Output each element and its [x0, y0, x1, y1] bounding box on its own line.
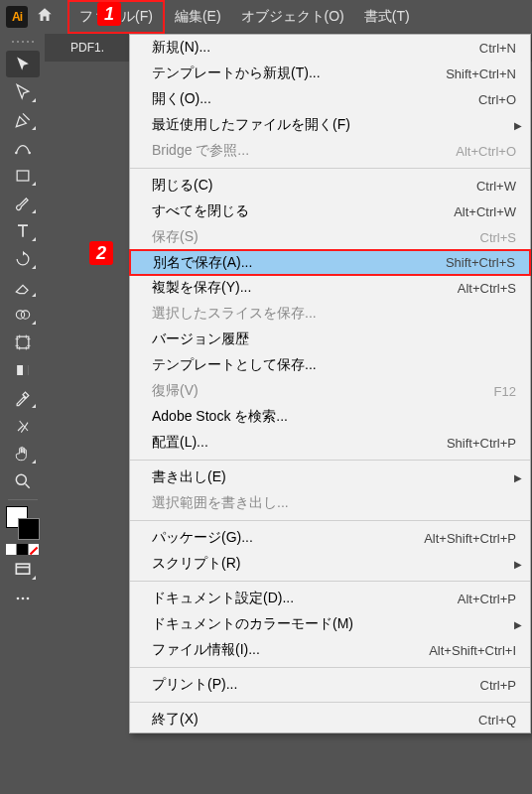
- file-menu-dropdown: 新規(N)...Ctrl+Nテンプレートから新規(T)...Shift+Ctrl…: [129, 34, 531, 733]
- tools-panel: [0, 34, 45, 794]
- menu-item-shortcut: Ctrl+W: [476, 179, 516, 194]
- menu-type[interactable]: 書式(T): [354, 2, 420, 32]
- menu-separator: [130, 168, 530, 169]
- svg-point-4: [21, 310, 29, 318]
- menu-item[interactable]: 新規(N)...Ctrl+N: [130, 35, 530, 61]
- menu-item-label: 開く(O)...: [152, 90, 478, 108]
- menu-item[interactable]: ドキュメントのカラーモード(M)▶: [130, 611, 530, 637]
- menu-item[interactable]: 別名で保存(A)...Shift+Ctrl+S: [129, 249, 531, 276]
- rectangle-tool[interactable]: [6, 162, 40, 189]
- menu-item[interactable]: ドキュメント設定(D)...Alt+Ctrl+P: [130, 586, 530, 611]
- pen-tool[interactable]: [6, 106, 40, 133]
- menu-item[interactable]: テンプレートとして保存...: [130, 352, 530, 378]
- menu-item[interactable]: スクリプト(R)▶: [130, 551, 530, 577]
- artboard-tool[interactable]: [6, 329, 40, 355]
- svg-rect-5: [17, 336, 29, 348]
- menu-item-label: テンプレートとして保存...: [152, 356, 516, 374]
- selection-tool[interactable]: [6, 51, 40, 77]
- svg-point-13: [26, 596, 29, 599]
- menu-item-label: テンプレートから新規(T)...: [152, 65, 446, 82]
- scissors-tool[interactable]: [6, 412, 40, 439]
- svg-point-9: [16, 474, 26, 484]
- panel-drag-handle-icon[interactable]: [12, 41, 34, 44]
- menu-item[interactable]: すべてを閉じるAlt+Ctrl+W: [130, 198, 530, 224]
- menu-item-label: 複製を保存(Y)...: [152, 279, 458, 297]
- menu-separator: [130, 581, 530, 582]
- menu-item-shortcut: Ctrl+O: [478, 92, 516, 107]
- menu-item[interactable]: 終了(X)Ctrl+Q: [130, 707, 530, 732]
- menu-item-label: 新規(N)...: [152, 39, 479, 57]
- menu-item[interactable]: パッケージ(G)...Alt+Shift+Ctrl+P: [130, 525, 530, 551]
- menu-item-label: Bridge で参照...: [152, 142, 456, 160]
- eyedropper-tool[interactable]: [6, 384, 40, 411]
- menu-item-shortcut: Shift+Ctrl+S: [446, 255, 515, 270]
- menu-item-shortcut: Alt+Shift+Ctrl+P: [424, 531, 516, 546]
- menu-item-label: 保存(S): [152, 228, 480, 246]
- menu-edit[interactable]: 編集(E): [165, 2, 231, 32]
- menu-item-label: プリント(P)...: [152, 676, 480, 694]
- menu-item[interactable]: 複製を保存(Y)...Alt+Ctrl+S: [130, 275, 530, 301]
- menu-item[interactable]: 閉じる(C)Ctrl+W: [130, 173, 530, 198]
- menu-item-shortcut: Alt+Ctrl+O: [456, 144, 516, 159]
- menu-item: 選択範囲を書き出し...: [130, 490, 530, 516]
- menu-item-shortcut: Ctrl+P: [480, 678, 516, 693]
- menu-item-shortcut: Shift+Ctrl+N: [446, 66, 516, 81]
- menu-item-shortcut: Alt+Ctrl+W: [454, 204, 516, 219]
- edit-toolbar-tool[interactable]: [6, 585, 40, 611]
- menu-item-label: 終了(X): [152, 711, 478, 728]
- menu-item[interactable]: バージョン履歴: [130, 327, 530, 352]
- menu-item[interactable]: 開く(O)...Ctrl+O: [130, 86, 530, 112]
- screen-mode-tool[interactable]: [6, 556, 40, 583]
- menu-item-label: ファイル情報(I)...: [152, 641, 429, 659]
- menu-item-shortcut: Ctrl+Q: [478, 713, 516, 728]
- menu-item-label: 閉じる(C): [152, 177, 476, 195]
- submenu-arrow-icon: ▶: [514, 120, 522, 131]
- menu-item-shortcut: Shift+Ctrl+P: [447, 436, 516, 451]
- svg-rect-2: [17, 171, 29, 181]
- svg-rect-8: [17, 365, 23, 375]
- menu-item[interactable]: 配置(L)...Shift+Ctrl+P: [130, 430, 530, 456]
- home-icon[interactable]: [36, 6, 54, 29]
- curvature-tool[interactable]: [6, 134, 40, 161]
- hand-tool[interactable]: [6, 440, 40, 466]
- menu-item-label: すべてを閉じる: [152, 202, 454, 220]
- gradient-tool[interactable]: [6, 356, 40, 383]
- type-tool[interactable]: [6, 217, 40, 244]
- svg-point-12: [21, 596, 24, 599]
- draw-mode-icon[interactable]: [6, 544, 39, 555]
- menu-item: 保存(S)Ctrl+S: [130, 224, 530, 250]
- menu-item-label: バージョン履歴: [152, 331, 516, 348]
- menu-item-label: スクリプト(R): [152, 555, 516, 573]
- paintbrush-tool[interactable]: [6, 190, 40, 216]
- menu-item-shortcut: Alt+Shift+Ctrl+I: [429, 643, 516, 658]
- app-logo-icon: Ai: [6, 6, 28, 28]
- svg-point-11: [16, 596, 19, 599]
- zoom-tool[interactable]: [6, 467, 40, 494]
- svg-point-0: [15, 151, 18, 154]
- eraser-tool[interactable]: [6, 273, 40, 300]
- submenu-arrow-icon: ▶: [514, 472, 522, 483]
- document-tab-name[interactable]: PDF1.: [70, 41, 104, 55]
- callout-1-badge: 1: [97, 2, 121, 26]
- menu-separator: [130, 520, 530, 521]
- rotate-tool[interactable]: [6, 245, 40, 272]
- menu-item[interactable]: Adobe Stock を検索...: [130, 404, 530, 430]
- menu-item[interactable]: 最近使用したファイルを開く(F)▶: [130, 112, 530, 138]
- menu-item-label: ドキュメントのカラーモード(M): [152, 615, 516, 633]
- menu-item-label: 別名で保存(A)...: [153, 254, 446, 272]
- menubar: Ai ファイル(F) 編集(E) オブジェクト(O) 書式(T): [0, 0, 532, 34]
- menu-item[interactable]: ファイル情報(I)...Alt+Shift+Ctrl+I: [130, 637, 530, 663]
- menu-object[interactable]: オブジェクト(O): [231, 2, 354, 32]
- direct-selection-tool[interactable]: [6, 78, 40, 105]
- menu-item-label: 書き出し(E): [152, 468, 516, 486]
- fill-stroke-color-icon[interactable]: [6, 506, 40, 540]
- menu-item-shortcut: Ctrl+S: [480, 230, 516, 245]
- menu-item[interactable]: プリント(P)...Ctrl+P: [130, 672, 530, 698]
- menu-item[interactable]: 書き出し(E)▶: [130, 464, 530, 490]
- menu-item: Bridge で参照...Alt+Ctrl+O: [130, 138, 530, 164]
- svg-point-1: [28, 151, 30, 154]
- menu-item[interactable]: テンプレートから新規(T)...Shift+Ctrl+N: [130, 61, 530, 86]
- menu-separator: [130, 460, 530, 461]
- shape-builder-tool[interactable]: [6, 301, 40, 328]
- menu-item-label: 選択範囲を書き出し...: [152, 494, 516, 512]
